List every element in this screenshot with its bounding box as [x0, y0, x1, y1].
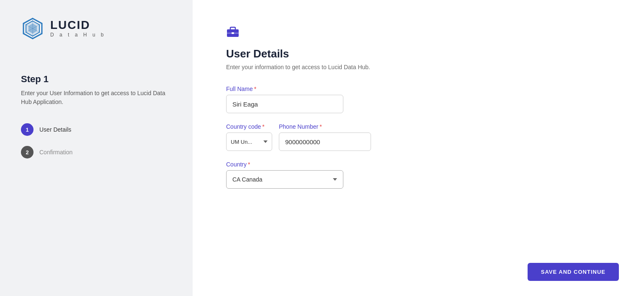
phone-required: *: [319, 123, 322, 130]
step-item-1: 1 User Details: [21, 123, 172, 136]
page-subtitle: Enter your information to get access to …: [226, 64, 611, 70]
country-code-required: *: [262, 123, 264, 130]
country-group: Country* CA Canada US United States GB U…: [226, 161, 477, 189]
country-code-select[interactable]: UM Un... US +1 CA +1 GB +44 IN +91: [226, 132, 272, 151]
steps-list: 1 User Details 2 Confirmation: [21, 123, 172, 158]
svg-rect-11: [232, 32, 234, 34]
country-required: *: [248, 161, 250, 168]
country-code-group: Country code* UM Un... US +1 CA +1 GB +4…: [226, 123, 272, 151]
country-select-wrapper: CA Canada US United States GB United Kin…: [226, 170, 343, 189]
svg-rect-9: [230, 27, 235, 30]
step-heading: Step 1: [21, 74, 172, 85]
sidebar: LUCID D a t a H u b Step 1 Enter your Us…: [0, 0, 193, 296]
briefcase-icon: [226, 25, 611, 40]
full-name-group: Full Name*: [226, 86, 477, 113]
lucid-logo-icon: [21, 17, 44, 40]
full-name-label: Full Name*: [226, 86, 477, 92]
save-btn-container: SAVE AND CONTINUE: [528, 263, 619, 281]
phone-number-group: Phone Number*: [279, 123, 371, 151]
main-content: User Details Enter your information to g…: [193, 0, 644, 296]
country-label: Country*: [226, 161, 477, 168]
logo-subtitle: D a t a H u b: [50, 32, 106, 38]
country-code-label: Country code*: [226, 123, 272, 130]
full-name-required: *: [254, 86, 256, 92]
save-and-continue-button[interactable]: SAVE AND CONTINUE: [528, 263, 619, 281]
logo-area: LUCID D a t a H u b: [21, 17, 172, 40]
step-label-1: User Details: [39, 126, 71, 133]
phone-number-label: Phone Number*: [279, 123, 371, 130]
step-description: Enter your User Information to get acces…: [21, 89, 172, 106]
step-circle-1: 1: [21, 123, 33, 136]
country-select[interactable]: CA Canada US United States GB United Kin…: [226, 170, 343, 189]
page-title: User Details: [226, 47, 611, 60]
phone-number-input[interactable]: [279, 132, 371, 151]
logo-title: LUCID: [50, 19, 106, 31]
full-name-input[interactable]: [226, 95, 343, 113]
form-section: Full Name* Country code* UM Un... US +1 …: [226, 86, 477, 189]
step-label-2: Confirmation: [39, 149, 72, 156]
step-item-2: 2 Confirmation: [21, 146, 172, 158]
step-circle-2: 2: [21, 146, 33, 158]
phone-row: Country code* UM Un... US +1 CA +1 GB +4…: [226, 123, 477, 151]
logo-text-area: LUCID D a t a H u b: [50, 19, 106, 38]
